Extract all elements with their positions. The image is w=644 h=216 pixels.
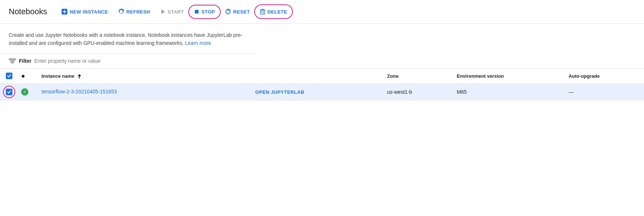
description-section: Create and use Jupyter Notebooks with a … [0, 24, 255, 54]
row-env-version-cell: M65 [451, 84, 563, 100]
zone-value: us-west1-b [387, 89, 412, 95]
stop-button[interactable]: STOP [190, 6, 219, 18]
row-checkbox-cell[interactable] [0, 84, 18, 100]
svg-rect-4 [195, 10, 199, 14]
plus-square-icon [62, 9, 67, 15]
stop-icon [194, 9, 199, 14]
table-row: ✓ tensorflow-2-3-20210405-151653 OPEN JU… [0, 84, 644, 100]
select-all-header[interactable] [0, 69, 18, 84]
learn-more-link[interactable]: Learn more [185, 40, 211, 46]
svg-rect-6 [260, 10, 265, 14]
auto-upgrade-header: Auto-upgrade [563, 69, 644, 84]
status-running-icon: ✓ [21, 88, 28, 96]
row-instance-name-cell: tensorflow-2-3-20210405-151653 [36, 84, 244, 100]
open-jupyterlab-header [244, 69, 381, 84]
svg-rect-15 [79, 76, 80, 78]
svg-marker-14 [78, 74, 81, 76]
env-version-value: M65 [457, 89, 467, 95]
svg-marker-3 [161, 9, 165, 14]
page-header: Notebooks NEW INSTANCE REFRESH [0, 0, 644, 24]
sort-asc-icon [77, 74, 82, 79]
filter-bar: Filter [0, 54, 644, 69]
open-jupyterlab-button[interactable]: OPEN JUPYTERLAB [250, 89, 310, 95]
new-instance-button[interactable]: NEW INSTANCE [57, 6, 112, 18]
table-header-row: ● Instance name Zone Environment version… [0, 69, 644, 84]
play-icon [160, 9, 165, 14]
row-zone-cell: us-west1-b [381, 84, 451, 100]
row-checkbox-wrapper[interactable] [6, 89, 12, 95]
row-auto-upgrade-cell: — [563, 84, 644, 100]
svg-point-5 [227, 9, 229, 10]
reset-icon [225, 9, 231, 15]
toolbar: NEW INSTANCE REFRESH START [57, 6, 291, 18]
instances-table: ● Instance name Zone Environment version… [0, 69, 644, 100]
row-open-cell[interactable]: OPEN JUPYTERLAB [244, 84, 381, 100]
row-checkbox[interactable] [6, 89, 12, 95]
reset-button[interactable]: RESET [221, 6, 254, 18]
filter-input[interactable] [34, 58, 136, 64]
instance-name-link[interactable]: tensorflow-2-3-20210405-151653 [42, 89, 117, 94]
refresh-button[interactable]: REFRESH [114, 6, 155, 18]
filter-label: Filter [19, 58, 31, 64]
instance-name-header[interactable]: Instance name [36, 69, 244, 84]
refresh-icon [118, 9, 124, 15]
filter-icon [9, 58, 16, 64]
auto-upgrade-value: — [569, 89, 574, 95]
select-all-checkbox[interactable] [6, 73, 12, 79]
start-button[interactable]: START [156, 6, 188, 18]
row-status-cell: ✓ [18, 84, 36, 100]
delete-button[interactable]: DELETE [256, 6, 291, 18]
status-header: ● [18, 69, 36, 84]
zone-header: Zone [381, 69, 451, 84]
trash-icon [260, 9, 265, 15]
page-title: Notebooks [9, 7, 47, 16]
env-version-header: Environment version [451, 69, 563, 84]
